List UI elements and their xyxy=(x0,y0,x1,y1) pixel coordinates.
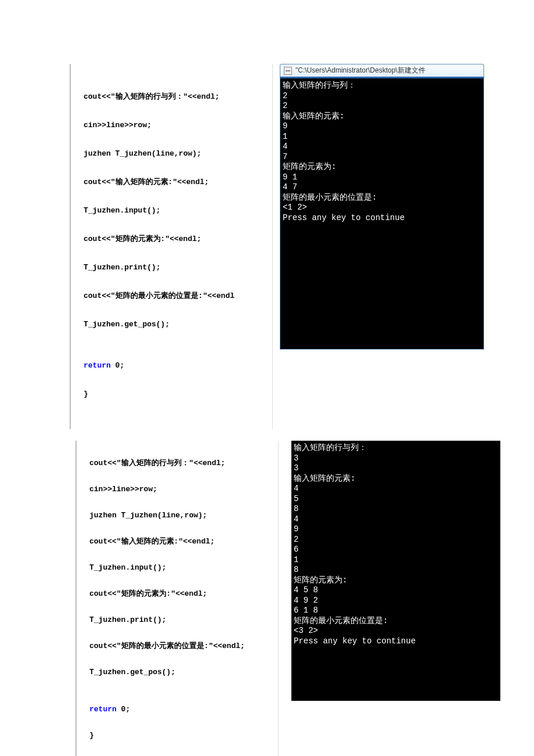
code-text: <<endl; xyxy=(169,235,201,243)
code-text: cout<<" xyxy=(89,459,121,467)
code-text: <<endl; xyxy=(175,589,207,598)
code-string: 输入矩阵的行与列：" xyxy=(121,459,194,467)
code-text: <<endl; xyxy=(183,537,215,546)
terminal-window-2: 输入矩阵的行与列： 3 3 输入矩阵的元素: 4 5 8 4 9 2 6 1 8… xyxy=(291,441,500,701)
code-text: cout<<" xyxy=(84,178,116,186)
code-text: 0; xyxy=(117,705,130,714)
example-2-row: cout<<"输入矩阵的行与列："<<endl; cin>>line>>row;… xyxy=(0,441,534,756)
code-text: } xyxy=(89,730,278,741)
code-text: cin>>line>>row; xyxy=(89,484,278,495)
code-text: cout<<" xyxy=(89,537,121,546)
code-text: cout<<" xyxy=(89,589,121,598)
code-text: juzhen T_juzhen(line,row); xyxy=(89,510,278,521)
terminal-output-1: 输入矩阵的行与列： 2 2 输入矩阵的元素: 9 1 4 7 矩阵的元素为: 9… xyxy=(280,77,484,350)
code-text: T_juzhen.input(); xyxy=(89,563,278,573)
code-string: 矩阵的最小元素的位置是:" xyxy=(121,642,214,650)
code-text: cout<<" xyxy=(84,291,116,300)
code-text: cout<<" xyxy=(84,92,116,101)
code-pane-2: cout<<"输入矩阵的行与列："<<endl; cin>>line>>row;… xyxy=(75,441,279,756)
code-text: cin>>line>>row; xyxy=(84,120,272,131)
code-string: 输入矩阵的行与列：" xyxy=(116,92,188,101)
code-string: 矩阵的元素为:" xyxy=(116,235,170,243)
code-text: cout<<" xyxy=(84,235,116,243)
code-string: 输入矩阵的元素:" xyxy=(116,178,178,186)
code-text: cout<<" xyxy=(89,642,121,650)
code-keyword: return xyxy=(89,705,117,714)
code-text: <<endl; xyxy=(213,642,245,650)
code-text: juzhen T_juzhen(line,row); xyxy=(84,149,272,159)
code-text: <<endl; xyxy=(177,178,209,186)
app-icon xyxy=(284,67,292,75)
example-1-row: cout<<"输入矩阵的行与列："<<endl; cin>>line>>row;… xyxy=(0,64,534,429)
code-text: <<endl; xyxy=(187,92,219,101)
code-string: 矩阵的元素为:" xyxy=(121,589,176,598)
code-pane-1: cout<<"输入矩阵的行与列："<<endl; cin>>line>>row;… xyxy=(70,64,273,429)
code-text: T_juzhen.get_pos(); xyxy=(89,667,278,678)
terminal-window-1: "C:\Users\Administrator\Desktop\新建文件 输入矩… xyxy=(280,64,484,350)
code-string: 输入矩阵的元素:" xyxy=(121,537,183,546)
code-text: <<endl; xyxy=(193,459,225,467)
code-keyword: return xyxy=(84,361,111,370)
code-text: } xyxy=(84,389,272,399)
terminal-title: "C:\Users\Administrator\Desktop\新建文件 xyxy=(295,66,425,75)
code-string: 矩阵的最小元素的位置是:" xyxy=(116,291,208,300)
code-text: 0; xyxy=(111,361,124,370)
code-text: T_juzhen.input(); xyxy=(84,206,272,216)
code-text: T_juzhen.get_pos(); xyxy=(84,319,272,330)
code-text: <<endl xyxy=(207,291,234,300)
code-text: T_juzhen.print(); xyxy=(84,262,272,273)
terminal-title-bar[interactable]: "C:\Users\Administrator\Desktop\新建文件 xyxy=(280,64,484,77)
terminal-output-2: 输入矩阵的行与列： 3 3 输入矩阵的元素: 4 5 8 4 9 2 6 1 8… xyxy=(291,441,500,701)
code-text: T_juzhen.print(); xyxy=(89,615,278,625)
